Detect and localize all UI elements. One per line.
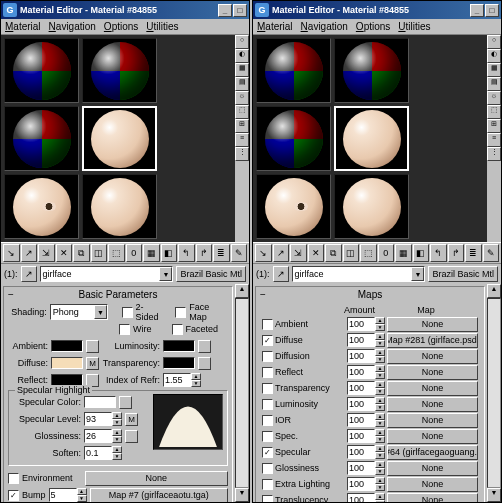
show-map-icon[interactable]: ▦: [395, 244, 412, 262]
map-amount-spinner[interactable]: ▲▼: [347, 413, 385, 427]
navigator-icon[interactable]: ≣: [213, 244, 230, 262]
navigator-icon[interactable]: ≣: [465, 244, 482, 262]
menu-utilities[interactable]: Utilities: [146, 21, 178, 32]
panel-scrollbar[interactable]: ▲▼: [235, 284, 249, 502]
sample-slot[interactable]: [256, 38, 331, 103]
effects-icon[interactable]: 0: [126, 244, 143, 262]
sample-slot[interactable]: [4, 174, 79, 239]
map-slot-button[interactable]: [198, 357, 211, 370]
map-slot-button[interactable]: None: [387, 413, 478, 428]
map-enable-checkbox[interactable]: [262, 431, 273, 442]
reset-icon[interactable]: ✕: [308, 244, 325, 262]
pick-from-object-icon[interactable]: ↗: [21, 266, 37, 282]
pick-icon[interactable]: ✎: [231, 244, 248, 262]
shading-dropdown[interactable]: Phong▼: [50, 304, 108, 320]
minimize-button[interactable]: _: [470, 4, 484, 17]
map-slot-button[interactable]: None: [387, 461, 478, 476]
put-material-icon[interactable]: ↗: [21, 244, 38, 262]
map-slot-button[interactable]: None: [387, 365, 478, 380]
titlebar[interactable]: G Material Editor - Material #84855 _ □: [1, 1, 249, 19]
map-enable-checkbox[interactable]: [262, 319, 273, 330]
material-name-input[interactable]: girlface▼: [292, 266, 426, 282]
facemap-checkbox[interactable]: [175, 307, 186, 318]
pick-icon[interactable]: ✎: [483, 244, 500, 262]
slot-tool[interactable]: ⋮: [487, 147, 501, 161]
assign-icon[interactable]: ⇲: [290, 244, 307, 262]
slot-tool[interactable]: ☼: [235, 91, 249, 105]
map-enable-checkbox[interactable]: [262, 367, 273, 378]
map-enable-checkbox[interactable]: [262, 463, 273, 474]
map-slot-button[interactable]: [198, 340, 211, 353]
go-sibling-icon[interactable]: ↱: [196, 244, 213, 262]
map-enable-checkbox[interactable]: [262, 415, 273, 426]
sample-slot-selected[interactable]: [334, 106, 409, 171]
twosided-checkbox[interactable]: [122, 307, 133, 318]
menu-navigation[interactable]: Navigation: [301, 21, 348, 32]
sample-slot[interactable]: [256, 106, 331, 171]
minimize-button[interactable]: _: [218, 4, 232, 17]
map-slot-button[interactable]: None: [387, 397, 478, 412]
map-amount-spinner[interactable]: ▲▼: [347, 349, 385, 363]
menu-options[interactable]: Options: [356, 21, 390, 32]
bump-amount-spinner[interactable]: ▲▼: [49, 488, 87, 502]
menu-options[interactable]: Options: [104, 21, 138, 32]
sample-slot-selected[interactable]: [82, 106, 157, 171]
titlebar[interactable]: G Material Editor - Material #84855 _ □: [253, 1, 501, 19]
map-amount-spinner[interactable]: ▲▼: [347, 429, 385, 443]
assign-icon[interactable]: ⇲: [38, 244, 55, 262]
put-library-icon[interactable]: ⬚: [108, 244, 125, 262]
material-type-button[interactable]: Brazil Basic Mtl: [428, 266, 498, 282]
slot-tool[interactable]: ⬚: [235, 105, 249, 119]
map-amount-spinner[interactable]: ▲▼: [347, 317, 385, 331]
get-material-icon[interactable]: ↘: [255, 244, 272, 262]
put-library-icon[interactable]: ⬚: [360, 244, 377, 262]
slot-tool[interactable]: ≡: [235, 133, 249, 147]
map-enable-checkbox[interactable]: [262, 399, 273, 410]
spec-level-spinner[interactable]: ▲▼: [84, 412, 122, 426]
spec-level-map-button[interactable]: M: [125, 413, 138, 426]
dropdown-arrow-icon[interactable]: ▼: [411, 267, 424, 281]
map-amount-spinner[interactable]: ▲▼: [347, 445, 385, 459]
gloss-spinner[interactable]: ▲▼: [84, 429, 122, 443]
show-end-icon[interactable]: ◧: [161, 244, 178, 262]
map-slot-button[interactable]: None: [387, 349, 478, 364]
map-amount-spinner[interactable]: ▲▼: [347, 333, 385, 347]
map-enable-checkbox[interactable]: [262, 351, 273, 362]
soften-spinner[interactable]: ▲▼: [84, 446, 122, 460]
wire-checkbox[interactable]: [119, 324, 130, 335]
slot-tool[interactable]: ☼: [487, 91, 501, 105]
slot-tool[interactable]: ⬚: [487, 105, 501, 119]
maximize-button[interactable]: □: [233, 4, 247, 17]
panel-title[interactable]: Basic Parameters: [4, 287, 232, 302]
ambient-swatch[interactable]: [51, 340, 83, 352]
sample-slot[interactable]: [334, 174, 409, 239]
slot-tool[interactable]: ▤: [487, 77, 501, 91]
menu-navigation[interactable]: Navigation: [49, 21, 96, 32]
map-slot-button[interactable]: ap #64 (girlfacegaoguang.tga): [387, 445, 478, 460]
make-unique-icon[interactable]: ◫: [91, 244, 108, 262]
pick-from-object-icon[interactable]: ↗: [273, 266, 289, 282]
map-amount-spinner[interactable]: ▲▼: [347, 381, 385, 395]
slot-tool[interactable]: ▦: [487, 63, 501, 77]
sample-slot[interactable]: [256, 174, 331, 239]
luminosity-swatch[interactable]: [163, 340, 195, 352]
map-amount-spinner[interactable]: ▲▼: [347, 461, 385, 475]
sample-slot[interactable]: [334, 38, 409, 103]
slot-tool[interactable]: ⊞: [235, 119, 249, 133]
slot-tool[interactable]: ⊞: [487, 119, 501, 133]
diffuse-map-button[interactable]: M: [86, 357, 99, 370]
slot-tool[interactable]: ▤: [235, 77, 249, 91]
slot-tool[interactable]: ◐: [235, 49, 249, 63]
menu-material[interactable]: Material: [257, 21, 293, 32]
environment-checkbox[interactable]: [8, 473, 19, 484]
menu-utilities[interactable]: Utilities: [398, 21, 430, 32]
make-copy-icon[interactable]: ⧉: [73, 244, 90, 262]
go-parent-icon[interactable]: ↰: [178, 244, 195, 262]
bump-checkbox[interactable]: ✓: [8, 490, 19, 501]
map-slot-button[interactable]: Map #281 (girlface.psd): [387, 333, 478, 348]
map-slot-button[interactable]: None: [387, 429, 478, 444]
slot-tool[interactable]: ○: [487, 35, 501, 49]
go-parent-icon[interactable]: ↰: [430, 244, 447, 262]
map-enable-checkbox[interactable]: [262, 383, 273, 394]
make-copy-icon[interactable]: ⧉: [325, 244, 342, 262]
